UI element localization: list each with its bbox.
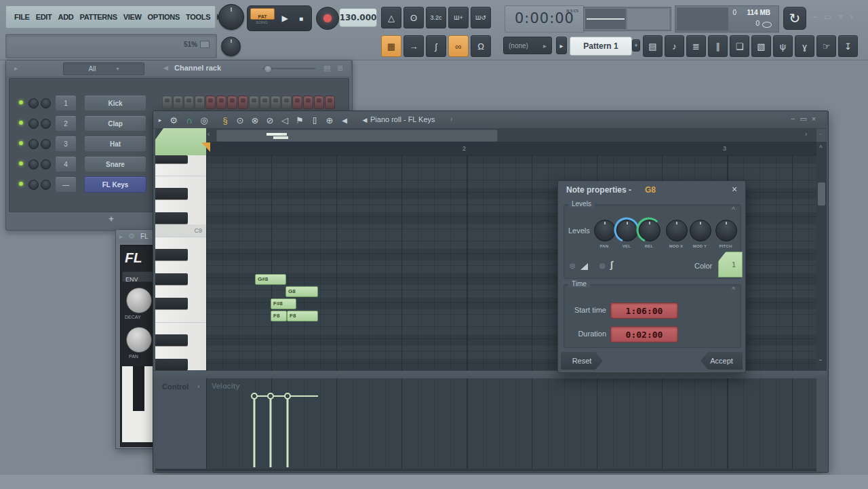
- shutdown-button[interactable]: ↻: [783, 7, 806, 30]
- step-cell[interactable]: [227, 96, 237, 109]
- step-cell[interactable]: [325, 96, 335, 109]
- duration-display[interactable]: 0:02:00: [610, 326, 678, 343]
- step-cell[interactable]: [281, 96, 292, 109]
- mody-knob[interactable]: [690, 220, 711, 241]
- note-properties-titlebar[interactable]: Note properties - G8 ×: [558, 181, 744, 199]
- vscroll-thumb[interactable]: [818, 182, 825, 206]
- channel-volume-knob[interactable]: [41, 159, 51, 170]
- flag-tool-icon[interactable]: ⚑: [293, 114, 307, 126]
- note-fsharp8[interactable]: F#8: [271, 298, 296, 309]
- channel-number-button[interactable]: 1: [55, 95, 77, 111]
- channel-rack-titlebar[interactable]: ▸ All ▾ ◀ Channel rack ▤ ≣: [6, 60, 351, 77]
- step-cell[interactable]: [271, 96, 281, 109]
- levels-section-header[interactable]: Levels: [568, 200, 595, 208]
- note-gsharp8[interactable]: G#8: [255, 274, 286, 285]
- channel-mute-led[interactable]: [19, 100, 23, 104]
- step-cell[interactable]: [205, 96, 216, 109]
- pattern-selector[interactable]: Pattern 1: [570, 37, 632, 56]
- slide-tool-icon[interactable]: ◎: [197, 114, 211, 126]
- typing-to-piano-button[interactable]: →: [403, 35, 424, 57]
- countdown-button[interactable]: 3.2c: [426, 7, 446, 28]
- levels-collapse-icon[interactable]: ^: [732, 206, 735, 214]
- maximize-button[interactable]: ▭: [824, 12, 831, 22]
- accept-button[interactable]: Accept: [701, 352, 743, 370]
- control-label[interactable]: Control: [162, 383, 189, 391]
- channel-pan-knob[interactable]: [28, 98, 39, 109]
- channel-rack-button[interactable]: ≣: [686, 35, 706, 57]
- piano-roll-bottom-scrollbar[interactable]: [155, 469, 816, 471]
- note-g8[interactable]: G8: [285, 286, 318, 297]
- add-channel-button[interactable]: +: [104, 212, 118, 224]
- channel-number-button[interactable]: 4: [55, 156, 77, 172]
- piano-black-key[interactable]: [155, 334, 188, 346]
- channel-volume-knob[interactable]: [41, 119, 51, 129]
- menu-file[interactable]: FILE: [14, 13, 30, 21]
- step-cell[interactable]: [184, 96, 194, 109]
- pattern-menu-button[interactable]: ▸: [556, 37, 567, 54]
- close-button[interactable]: ×: [838, 12, 843, 22]
- pitch-knob[interactable]: [715, 220, 737, 241]
- step-cell[interactable]: [249, 96, 259, 109]
- metronome-button[interactable]: △: [381, 7, 401, 28]
- channel-pan-knob[interactable]: [28, 119, 39, 129]
- step-cell[interactable]: [195, 96, 205, 109]
- velocity-stems[interactable]: [206, 378, 816, 469]
- piano-black-key[interactable]: [155, 155, 188, 163]
- control-arrow-icon[interactable]: ›: [197, 383, 199, 390]
- fl-keys-pan-knob[interactable]: [126, 327, 152, 353]
- chop-tool-icon[interactable]: ⊙: [233, 114, 247, 126]
- select-tool-icon[interactable]: []: [308, 114, 321, 126]
- channel-pan-knob[interactable]: [28, 180, 39, 190]
- snap-magnet-icon[interactable]: ∩: [182, 114, 196, 126]
- plugin-picker-button[interactable]: ▧: [751, 35, 771, 57]
- channel-mute-led[interactable]: [19, 182, 23, 186]
- remote-control-button[interactable]: ɣ: [795, 35, 814, 57]
- hscroll-right-button[interactable]: ›: [805, 130, 807, 138]
- playlist-button[interactable]: ▤: [643, 35, 663, 57]
- more-button[interactable]: ›: [850, 12, 852, 22]
- swing-slider-thumb[interactable]: [264, 65, 272, 73]
- menu-tools[interactable]: TOOLS: [186, 13, 210, 21]
- slide-notes-button[interactable]: ʃ: [426, 35, 446, 57]
- overdub-button[interactable]: Ш+: [448, 7, 469, 28]
- menu-add[interactable]: ADD: [58, 13, 74, 21]
- fl-keys-decay-knob[interactable]: [126, 288, 152, 313]
- time-collapse-icon[interactable]: ^: [732, 286, 735, 294]
- piano-roll-minimize-button[interactable]: −: [791, 115, 795, 123]
- preview-tool-icon[interactable]: ◀: [338, 114, 351, 126]
- piano-keyboard[interactable]: C9: [155, 155, 207, 370]
- plugin-button[interactable]: ψ: [773, 35, 793, 57]
- stop-button[interactable]: ■: [294, 12, 309, 25]
- fl-keys-keyboard[interactable]: [122, 366, 153, 442]
- channel-volume-knob[interactable]: [41, 139, 51, 149]
- channel-mute-led[interactable]: [19, 121, 23, 125]
- reset-button[interactable]: Reset: [561, 352, 603, 370]
- fl-keys-env-tab[interactable]: ENV: [122, 271, 154, 282]
- menu-patterns[interactable]: PATTERNS: [79, 13, 117, 21]
- play-button[interactable]: ▶: [277, 12, 292, 25]
- channel-pan-knob[interactable]: [28, 139, 39, 149]
- rel-knob[interactable]: [639, 220, 660, 241]
- record-button[interactable]: [316, 7, 339, 30]
- step-cell[interactable]: [173, 96, 183, 109]
- metronome-bell-button[interactable]: Ω: [471, 35, 491, 57]
- channel-filter-dropdown[interactable]: All ▾: [63, 62, 144, 75]
- export-button[interactable]: ↧: [838, 35, 858, 57]
- c9-key-row[interactable]: C9: [155, 224, 206, 237]
- zoom-tool-icon[interactable]: ⊕: [323, 114, 336, 126]
- menu-view[interactable]: VIEW: [123, 13, 142, 21]
- tempo-display[interactable]: 130.000: [339, 8, 377, 27]
- piano-roll-title-arrow-icon[interactable]: ›: [450, 115, 452, 123]
- main-volume-knob[interactable]: [218, 4, 244, 30]
- channel-number-button[interactable]: 2: [55, 115, 77, 132]
- deny-tool-icon[interactable]: ⊘: [263, 114, 277, 126]
- strum-tool-icon[interactable]: ⊗: [248, 114, 262, 126]
- none-picker[interactable]: (none) ▸: [503, 37, 552, 54]
- piano-roll-maximize-button[interactable]: ▭: [800, 115, 806, 123]
- menu-edit[interactable]: EDIT: [36, 13, 52, 21]
- step-cell[interactable]: [238, 96, 248, 109]
- piano-black-key[interactable]: [155, 249, 188, 260]
- piano-black-key[interactable]: [155, 359, 188, 370]
- step-cell[interactable]: [314, 96, 324, 109]
- piano-black-key[interactable]: [155, 212, 188, 224]
